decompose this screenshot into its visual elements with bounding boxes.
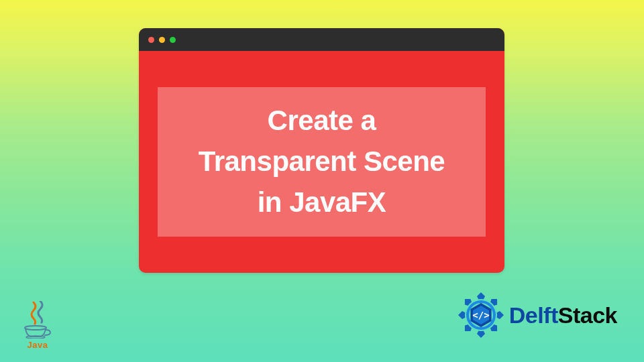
title-box: Create a Transparent Scene in JavaFX — [158, 87, 486, 237]
app-window: Create a Transparent Scene in JavaFX — [139, 28, 504, 273]
titlebar — [139, 28, 504, 51]
java-steam-icon — [24, 301, 51, 325]
delftstack-logo: </> DelftStack — [455, 290, 617, 341]
title-line-1: Create a — [268, 105, 376, 136]
title-line-2: Transparent Scene — [199, 145, 445, 177]
java-logo: Java — [23, 301, 52, 350]
title-line-3: in JavaFX — [258, 186, 386, 218]
java-logo-label: Java — [28, 340, 48, 350]
delftstack-icon: </> — [455, 290, 506, 341]
title-text: Create a Transparent Scene in JavaFX — [166, 101, 478, 223]
svg-text:</>: </> — [472, 310, 489, 320]
close-icon[interactable] — [148, 37, 154, 43]
delftstack-text-stack: Stack — [558, 302, 617, 328]
window-content: Create a Transparent Scene in JavaFX — [139, 51, 504, 273]
maximize-icon[interactable] — [170, 37, 176, 43]
delftstack-text: DelftStack — [509, 302, 617, 328]
svg-point-0 — [25, 326, 46, 330]
minimize-icon[interactable] — [159, 37, 165, 43]
java-cup-icon — [23, 325, 52, 339]
delftstack-text-delft: Delft — [509, 302, 558, 328]
